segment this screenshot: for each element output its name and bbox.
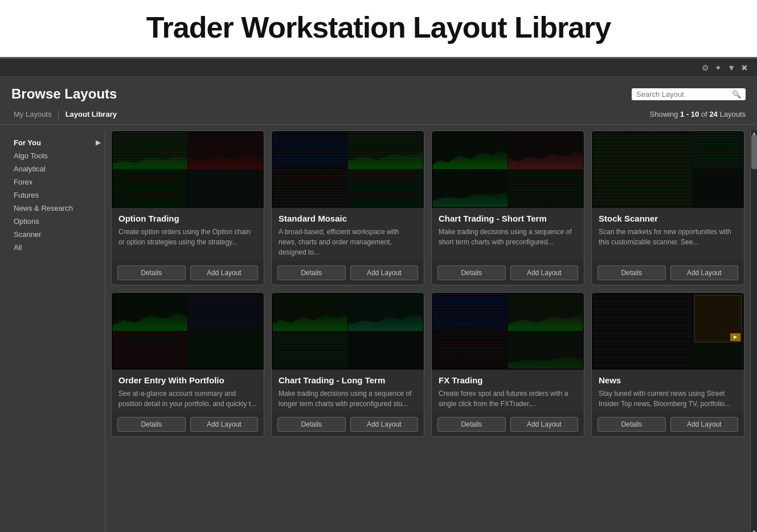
sidebar-arrow-for-you: ▶: [96, 139, 100, 146]
card-actions-option-trading: Details Add Layout: [112, 261, 264, 285]
card-title-option-trading: Option Trading: [118, 214, 257, 223]
card-desc-chart-long: Make trading decisions using a sequence …: [279, 388, 417, 409]
sidebar-label-futures: Futures: [14, 191, 39, 199]
card-title-standard-mosaic: Standard Mosaic: [279, 214, 417, 223]
sidebar-item-analytical[interactable]: Analytical: [11, 162, 105, 175]
card-title-chart-long: Chart Trading - Long Term: [279, 375, 417, 385]
card-actions-standard-mosaic: Details Add Layout: [272, 261, 424, 285]
settings-icon[interactable]: ⚙: [702, 63, 709, 72]
tab-divider: |: [57, 109, 59, 120]
card-actions-chart-short: Details Add Layout: [432, 261, 584, 285]
card-title-order-entry: Order Entry With Portfolio: [118, 375, 257, 385]
card-thumb-news: ▶: [592, 293, 744, 370]
add-layout-button-news[interactable]: Add Layout: [670, 417, 739, 432]
sidebar-label-all: All: [14, 243, 22, 252]
details-button-option-trading[interactable]: Details: [117, 265, 186, 280]
browse-title: Browse Layouts: [11, 86, 117, 102]
grid-row-1: Option Trading Create option orders usin…: [111, 130, 744, 285]
grid-row-2: Order Entry With Portfolio See at-a-glan…: [111, 292, 744, 437]
card-chart-long: Chart Trading - Long Term Make trading d…: [271, 292, 424, 437]
sidebar-item-forex[interactable]: Forex: [11, 175, 105, 189]
sidebar-item-for-you[interactable]: For You ▶: [11, 136, 105, 149]
card-thumb-standard-mosaic: [272, 131, 424, 208]
minimize-icon[interactable]: ▼: [727, 63, 735, 72]
add-layout-button-fx-trading[interactable]: Add Layout: [510, 417, 579, 432]
close-icon[interactable]: ✖: [741, 63, 748, 72]
sidebar-item-futures[interactable]: Futures: [11, 189, 105, 202]
card-actions-chart-long: Details Add Layout: [272, 412, 424, 436]
card-actions-news: Details Add Layout: [592, 412, 744, 436]
grid-area: Option Trading Create option orders usin…: [105, 130, 750, 532]
search-container: 🔍: [632, 88, 746, 100]
card-standard-mosaic: Standard Mosaic A broad-based, efficient…: [271, 130, 424, 285]
card-actions-stock-scanner: Details Add Layout: [592, 261, 744, 285]
details-button-fx-trading[interactable]: Details: [437, 417, 506, 432]
card-fx-trading: FX Trading Create forex spot and futures…: [431, 292, 584, 437]
search-input[interactable]: [636, 90, 732, 99]
card-body-order-entry: Order Entry With Portfolio See at-a-glan…: [112, 370, 264, 412]
card-title-chart-short: Chart Trading - Short Term: [439, 214, 577, 223]
add-layout-button-option-trading[interactable]: Add Layout: [190, 265, 259, 280]
sidebar-label-forex: Forex: [14, 178, 32, 186]
card-thumb-option-trading: [112, 131, 264, 208]
details-button-chart-long[interactable]: Details: [277, 417, 346, 432]
sidebar-label-algo-tools: Algo Tools: [14, 152, 48, 160]
sidebar-label-scanner: Scanner: [14, 230, 41, 239]
card-body-chart-long: Chart Trading - Long Term Make trading d…: [272, 370, 424, 412]
content-area: For You ▶ Algo Tools Analytical Forex Fu…: [0, 125, 757, 532]
tabs-left: My Layouts | Layout Library: [11, 109, 119, 120]
sidebar-item-algo-tools[interactable]: Algo Tools: [11, 149, 105, 162]
sidebar-item-scanner[interactable]: Scanner: [11, 228, 105, 241]
add-layout-button-order-entry[interactable]: Add Layout: [190, 417, 259, 432]
details-button-news[interactable]: Details: [598, 417, 666, 432]
card-desc-chart-short: Make trading decisions using a sequence …: [439, 227, 577, 257]
sidebar-label-news-research: News & Research: [14, 204, 73, 212]
add-layout-button-stock-scanner[interactable]: Add Layout: [670, 265, 739, 280]
card-desc-news: Stay tuned with current news using Stree…: [599, 388, 737, 409]
card-order-entry: Order Entry With Portfolio See at-a-glan…: [111, 292, 264, 437]
pin-icon[interactable]: ✦: [715, 63, 722, 72]
card-actions-fx-trading: Details Add Layout: [432, 412, 584, 436]
search-icon: 🔍: [732, 90, 741, 99]
card-thumb-chart-long: [272, 293, 424, 370]
details-button-chart-short[interactable]: Details: [437, 265, 506, 280]
sidebar-item-all[interactable]: All: [11, 241, 105, 254]
card-thumb-fx-trading: [432, 293, 584, 370]
card-body-standard-mosaic: Standard Mosaic A broad-based, efficient…: [272, 208, 424, 261]
showing-text: Showing 1 - 10 of 24 Layouts: [650, 110, 746, 118]
page-header: Trader Workstation Layout Library: [0, 0, 757, 59]
card-desc-option-trading: Create option orders using the Option ch…: [118, 227, 257, 257]
details-button-stock-scanner[interactable]: Details: [598, 265, 666, 280]
add-layout-button-chart-long[interactable]: Add Layout: [350, 417, 419, 432]
card-desc-stock-scanner: Scan the markets for new opportunities w…: [599, 227, 737, 257]
card-desc-fx-trading: Create forex spot and futures orders wit…: [439, 388, 577, 409]
card-option-trading: Option Trading Create option orders usin…: [111, 130, 264, 285]
details-button-standard-mosaic[interactable]: Details: [277, 265, 346, 280]
tab-my-layouts[interactable]: My Layouts: [11, 109, 54, 120]
showing-range: 1 - 10: [680, 110, 699, 118]
add-layout-button-chart-short[interactable]: Add Layout: [510, 265, 579, 280]
tab-layout-library[interactable]: Layout Library: [63, 109, 119, 120]
sidebar-item-news-research[interactable]: News & Research: [11, 202, 105, 215]
sidebar-label-options: Options: [14, 217, 39, 226]
card-body-fx-trading: FX Trading Create forex spot and futures…: [432, 370, 584, 412]
card-stock-scanner: Stock Scanner Scan the markets for new o…: [591, 130, 744, 285]
card-desc-order-entry: See at-a-glance account summary and posi…: [118, 388, 257, 409]
card-thumb-chart-short: [432, 131, 584, 208]
scrollbar-track: ▲ ▼: [750, 130, 757, 532]
scroll-thumb[interactable]: [751, 135, 757, 169]
details-button-order-entry[interactable]: Details: [117, 417, 186, 432]
card-chart-short: Chart Trading - Short Term Make trading …: [431, 130, 584, 285]
toolbar-strip: ⚙ ✦ ▼ ✖: [0, 59, 757, 77]
showing-total: 24: [709, 110, 717, 118]
card-actions-order-entry: Details Add Layout: [112, 412, 264, 436]
sidebar-label-for-you: For You: [14, 138, 41, 147]
add-layout-button-standard-mosaic[interactable]: Add Layout: [350, 265, 419, 280]
card-body-stock-scanner: Stock Scanner Scan the markets for new o…: [592, 208, 744, 261]
page-title: Trader Workstation Layout Library: [0, 10, 757, 44]
sidebar-item-options[interactable]: Options: [11, 215, 105, 228]
card-title-fx-trading: FX Trading: [439, 375, 577, 385]
scroll-down-button[interactable]: ▼: [751, 529, 757, 532]
card-body-option-trading: Option Trading Create option orders usin…: [112, 208, 264, 261]
card-title-stock-scanner: Stock Scanner: [599, 214, 737, 223]
